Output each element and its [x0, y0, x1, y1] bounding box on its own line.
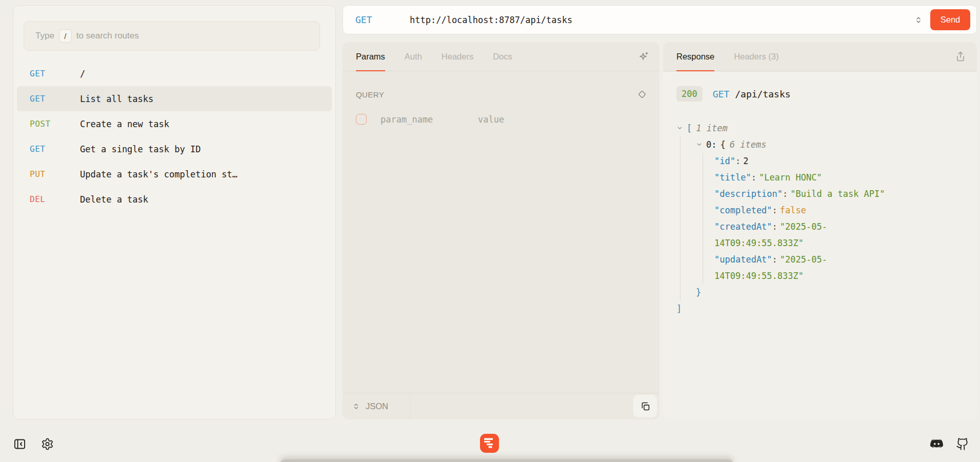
request-params-panel: Params Auth Headers Docs QUERY JSON: [343, 42, 659, 419]
tab-headers[interactable]: Headers: [442, 42, 473, 71]
json-colon: :: [772, 254, 777, 265]
search-input[interactable]: Type / to search routes: [24, 21, 320, 51]
close-bracket: ]: [676, 304, 682, 314]
json-tree-viewer: [1 item 0:{6 items "id":2 "title":"Learn…: [676, 120, 897, 317]
route-list: GET / GET List all tasks POST Create a n…: [13, 61, 335, 212]
route-item-create-task[interactable]: POST Create a new task: [17, 111, 332, 136]
response-tab-row: Response Headers (3): [663, 42, 977, 71]
json-value: false: [780, 205, 806, 215]
json-key: "title": [714, 172, 751, 183]
json-array-close-line: ]: [676, 300, 897, 317]
json-key: "completed": [714, 205, 772, 215]
route-label: Update a task's completion st…: [80, 169, 237, 179]
json-array-open-line: [1 item: [676, 120, 897, 136]
search-placeholder-suffix: to search routes: [76, 31, 139, 41]
array-index: 0:: [706, 139, 716, 150]
route-label: Create a new task: [80, 119, 169, 129]
response-panel: Response Headers (3) 200 GET /api/tasks …: [663, 42, 977, 419]
tab-auth[interactable]: Auth: [405, 42, 422, 71]
array-item-count: 1 item: [696, 123, 727, 133]
route-label: Get a single task by ID: [80, 144, 201, 154]
param-enabled-checkbox[interactable]: [356, 114, 367, 125]
json-field-createdAt: "createdAt":"2025-05-14T09:49:55.833Z": [714, 218, 897, 251]
route-label: List all tasks: [80, 94, 153, 104]
copy-body-button[interactable]: [633, 395, 657, 417]
send-button[interactable]: Send: [930, 9, 970, 30]
collapse-sidebar-icon[interactable]: [13, 437, 27, 451]
method-badge: POST: [30, 119, 80, 129]
json-array-block: 0:{6 items "id":2 "title":"Learn HONC" "…: [680, 136, 897, 300]
json-field-updatedAt: "updatedAt":"2025-05-14T09:49:55.833Z": [714, 251, 897, 284]
object-item-count: 6 items: [730, 139, 767, 150]
query-section-header: QUERY: [356, 88, 648, 101]
response-method: GET: [713, 89, 730, 99]
open-brace: {: [720, 139, 725, 150]
json-object-close-line: }: [696, 284, 897, 300]
clear-params-eraser-icon[interactable]: [636, 88, 648, 101]
discord-icon[interactable]: [930, 437, 944, 451]
json-field-description: "description":"Build a task API": [714, 186, 897, 202]
method-badge: GET: [30, 94, 80, 104]
request-method-select[interactable]: GET: [355, 14, 410, 25]
route-label: /: [80, 69, 85, 79]
tab-docs[interactable]: Docs: [493, 42, 512, 71]
response-body: 200 GET /api/tasks [1 item 0:{6 items "i…: [663, 72, 977, 419]
params-tab-row: Params Auth Headers Docs: [343, 42, 659, 71]
search-placeholder-prefix: Type: [35, 31, 54, 41]
json-colon: :: [772, 222, 777, 232]
body-format-label: JSON: [366, 401, 388, 411]
ai-sparkle-icon[interactable]: [638, 51, 649, 62]
query-param-row: [356, 114, 565, 125]
json-object-open-line: 0:{6 items: [696, 136, 897, 153]
url-input[interactable]: [410, 15, 912, 25]
json-field-title: "title":"Learn HONC": [714, 169, 897, 186]
close-brace: }: [696, 287, 701, 297]
route-item-delete-task[interactable]: DEL Delete a task: [17, 187, 332, 212]
chevron-down-icon[interactable]: [676, 125, 687, 131]
json-key: "id": [714, 156, 735, 166]
fiberplane-logo: [480, 434, 499, 453]
route-item-get-task-by-id[interactable]: GET Get a single task by ID: [17, 136, 332, 162]
chevron-down-icon[interactable]: [696, 141, 706, 148]
method-badge: DEL: [30, 194, 80, 204]
method-badge: GET: [30, 144, 80, 154]
json-colon: :: [783, 189, 788, 199]
url-history-stepper-icon[interactable]: [912, 13, 925, 27]
open-bracket: [: [687, 123, 692, 133]
query-section-label: QUERY: [356, 90, 384, 99]
method-badge: PUT: [30, 169, 80, 179]
route-item-update-task[interactable]: PUT Update a task's completion st…: [17, 162, 332, 187]
routes-sidebar: Type / to search routes GET / GET List a…: [13, 5, 336, 419]
settings-gear-icon[interactable]: [41, 437, 54, 450]
param-name-input[interactable]: [381, 114, 478, 125]
route-item-root[interactable]: GET /: [17, 61, 332, 86]
body-format-bar: JSON: [343, 393, 659, 419]
github-icon[interactable]: [956, 437, 969, 451]
json-field-completed: "completed":false: [714, 202, 897, 218]
response-status-row: 200 GET /api/tasks: [676, 86, 977, 102]
route-item-list-all-tasks[interactable]: GET List all tasks: [17, 86, 332, 111]
method-badge: GET: [30, 69, 80, 78]
tab-response-headers[interactable]: Headers (3): [734, 42, 778, 71]
json-colon: :: [751, 172, 756, 183]
slash-key-badge: /: [59, 29, 72, 43]
tab-response[interactable]: Response: [676, 42, 714, 71]
body-format-select[interactable]: JSON: [343, 393, 410, 419]
json-key: "updatedAt": [714, 254, 772, 265]
json-key: "createdAt": [714, 222, 772, 232]
json-value: 2: [743, 156, 748, 166]
json-colon: :: [735, 156, 741, 166]
json-colon: :: [772, 205, 777, 215]
json-key: "description": [714, 189, 783, 199]
request-bar: GET Send: [343, 5, 977, 34]
route-label: Delete a task: [80, 194, 148, 205]
share-response-icon[interactable]: [954, 50, 967, 63]
tab-params[interactable]: Params: [356, 42, 385, 71]
response-path: /api/tasks: [735, 89, 790, 99]
json-value: "Learn HONC": [759, 172, 822, 183]
json-value: "Build a task API": [790, 189, 885, 199]
param-value-input[interactable]: [478, 114, 565, 125]
json-object-block: "id":2 "title":"Learn HONC" "description…: [703, 153, 897, 284]
bottom-dock-shadow: [280, 459, 733, 462]
status-code-badge: 200: [676, 86, 703, 102]
